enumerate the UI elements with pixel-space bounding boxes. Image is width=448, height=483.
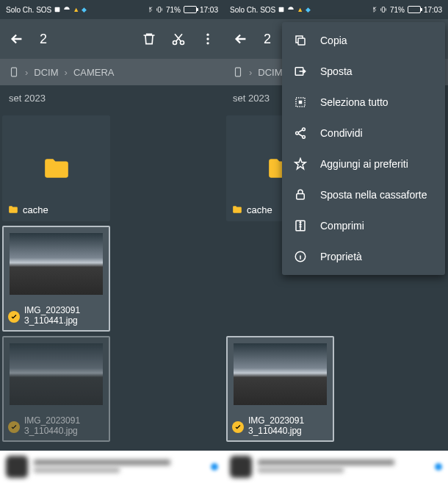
move-icon	[294, 65, 307, 78]
image-item-selected[interactable]: IMG_2023091 3_110441.jpg	[2, 226, 110, 332]
folder-item[interactable]: cache	[2, 115, 110, 221]
menu-label: Proprietà	[320, 251, 362, 262]
back-button[interactable]	[9, 31, 25, 47]
image-item-selected[interactable]: IMG_2023091 3_110440.jpg	[2, 336, 110, 442]
overflow-button[interactable]	[200, 32, 215, 46]
crumb-dcim[interactable]: DCIM	[34, 67, 58, 78]
carrier-label: Solo Ch. SOS	[230, 6, 275, 14]
menu-label: Condividi	[320, 127, 363, 139]
copy-icon	[294, 34, 307, 47]
folder-label: cache	[247, 204, 272, 215]
chevron-right-icon: ›	[25, 67, 28, 78]
menu-label: Sposta nella cassaforte	[320, 189, 427, 201]
folder-label: cache	[23, 204, 48, 215]
menu-label: Seleziona tutto	[320, 96, 389, 108]
bluetooth-icon	[147, 5, 153, 14]
selected-check-icon	[8, 311, 20, 323]
item-grid: cache IMG_2023091 3_110441.jpg IMG_20230…	[0, 111, 224, 446]
clock: 17:03	[424, 6, 442, 14]
star-icon	[294, 157, 307, 171]
crumb-dcim[interactable]: DCIM	[258, 67, 282, 78]
notif-text	[34, 459, 205, 474]
menu-select-all[interactable]: Seleziona tutto	[282, 87, 445, 118]
selected-check-icon	[232, 421, 244, 433]
svg-rect-14	[299, 101, 303, 104]
menu-label: Copia	[320, 35, 347, 46]
svg-rect-0	[55, 7, 60, 12]
vibrate-icon	[156, 5, 163, 14]
battery-pct: 71%	[166, 6, 181, 14]
chevron-right-icon: ›	[65, 67, 68, 78]
breadcrumb[interactable]: › DCIM › CAMERA	[0, 59, 224, 85]
svg-point-4	[206, 34, 209, 36]
notification-bar[interactable]	[224, 451, 448, 483]
notification-bar[interactable]	[0, 451, 224, 483]
svg-rect-11	[298, 38, 305, 45]
device-icon	[9, 65, 19, 79]
notif-indicator	[211, 463, 218, 471]
notif-avatar	[6, 456, 28, 478]
back-button[interactable]	[233, 31, 249, 47]
svg-rect-1	[158, 7, 160, 12]
battery-icon	[184, 6, 197, 13]
image-thumbnail	[10, 233, 103, 295]
menu-label: Sposta	[320, 65, 353, 77]
overflow-menu: Copia Sposta Seleziona tutto Condividi A…	[282, 22, 445, 275]
image-item-selected[interactable]: IMG_2023091 3_110440.jpg	[226, 336, 334, 442]
info-icon	[294, 250, 307, 263]
svg-point-5	[206, 37, 209, 40]
folder-icon	[43, 157, 71, 180]
cut-button[interactable]	[171, 32, 186, 46]
delete-button[interactable]	[142, 32, 156, 46]
selected-check-icon	[8, 421, 20, 433]
menu-move[interactable]: Sposta	[282, 56, 445, 87]
clock: 17:03	[200, 6, 218, 14]
screen-right: Solo Ch. SOS ▲ ◆ 71% 17:03 2 › DCIM set …	[224, 0, 448, 483]
folder-icon	[8, 205, 18, 214]
selection-count: 2	[40, 32, 142, 47]
svg-point-6	[206, 42, 209, 44]
image-label: IMG_2023091 3_110441.jpg	[24, 305, 106, 326]
status-bar: Solo Ch. SOS ▲ ◆ 71% 17:03	[0, 0, 224, 19]
image-label: IMG_2023091 3_110440.jpg	[248, 415, 330, 436]
image-label: IMG_2023091 3_110440.jpg	[24, 415, 106, 436]
menu-share[interactable]: Condividi	[282, 118, 445, 149]
menu-compress[interactable]: Comprimi	[282, 210, 445, 241]
carrier-label: Solo Ch. SOS	[6, 6, 51, 14]
top-bar: 2	[0, 19, 224, 59]
menu-label: Comprimi	[320, 220, 364, 232]
lock-icon	[294, 188, 307, 201]
status-bar: Solo Ch. SOS ▲ ◆ 71% 17:03	[224, 0, 448, 19]
menu-label: Aggiungi ai preferiti	[320, 158, 408, 170]
svg-rect-10	[236, 68, 241, 76]
section-header: set 2023	[0, 85, 224, 111]
battery-pct: 71%	[390, 6, 405, 14]
screen-left: Solo Ch. SOS ▲ ◆ 71% 17:03 2	[0, 0, 224, 483]
crumb-camera[interactable]: CAMERA	[73, 67, 115, 78]
share-icon	[294, 126, 307, 140]
notif-avatar	[230, 456, 252, 478]
image-thumbnail	[10, 343, 103, 405]
menu-favorite[interactable]: Aggiungi ai preferiti	[282, 149, 445, 179]
svg-rect-8	[279, 7, 284, 12]
svg-rect-18	[297, 194, 305, 200]
svg-rect-7	[12, 68, 17, 76]
svg-rect-9	[382, 7, 384, 12]
menu-properties[interactable]: Proprietà	[282, 241, 445, 272]
notif-text	[258, 459, 429, 474]
menu-safe[interactable]: Sposta nella cassaforte	[282, 179, 445, 210]
notif-indicator	[435, 463, 442, 471]
menu-copy[interactable]: Copia	[282, 25, 445, 56]
select-all-icon	[294, 96, 307, 109]
compress-icon	[294, 219, 307, 232]
image-thumbnail	[234, 343, 327, 405]
